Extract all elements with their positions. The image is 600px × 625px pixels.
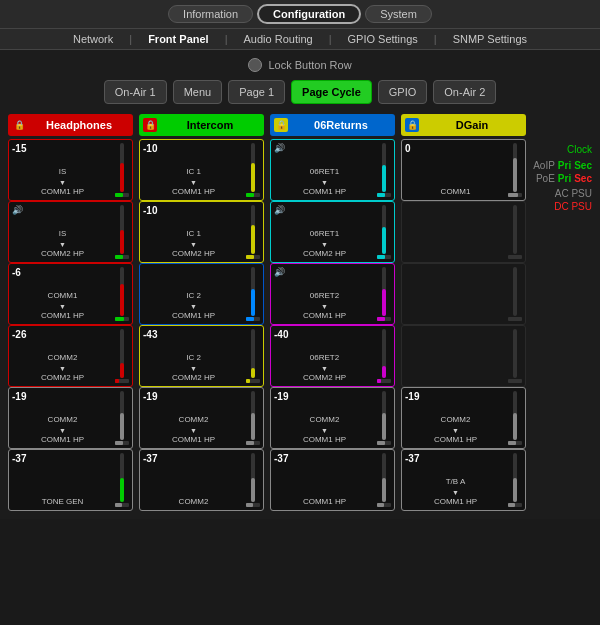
poe-sec: Sec	[574, 173, 592, 184]
channel-dgain-1[interactable]: 0 COMM1	[401, 139, 526, 201]
channel-06returns-5[interactable]: -19 COMM2 ▼ COMM1 HP	[270, 387, 395, 449]
lock-indicator	[248, 58, 262, 72]
clock-label: Clock	[567, 144, 592, 155]
sub-nav-snmp-settings[interactable]: SNMP Settings	[445, 33, 535, 45]
channel-06returns-3[interactable]: 🔊 06RET2 ▼ COMM1 HP	[270, 263, 395, 325]
channel-headphones-2[interactable]: 🔊 IS ▼ COMM2 HP	[8, 201, 133, 263]
sub-nav-front-panel[interactable]: Front Panel	[140, 33, 217, 45]
channel-headphones-1[interactable]: -15 IS ▼ COMM1 HP	[8, 139, 133, 201]
dgain-label: DGain	[422, 119, 522, 131]
label-dgain-1: COMM1	[441, 187, 471, 197]
label-06returns-3: 06RET2 ▼ COMM1 HP	[303, 291, 346, 321]
db-intercom-2: -10	[143, 205, 157, 216]
label-headphones-4: COMM2 ▼ COMM2 HP	[41, 353, 84, 383]
label-06returns-6: COMM1 HP	[303, 497, 346, 507]
label-06returns-5: COMM2 ▼ COMM1 HP	[303, 415, 346, 445]
channel-headphones-5[interactable]: -19 COMM2 ▼ COMM1 HP	[8, 387, 133, 449]
db-intercom-1: -10	[143, 143, 157, 154]
group-headphones: 🔒 Headphones -15 IS ▼ COMM1 HP	[8, 114, 133, 511]
group-dgain: 🔒 DGain 0 COMM1	[401, 114, 526, 511]
ac-psu-label: AC PSU	[555, 188, 592, 199]
sub-nav-network[interactable]: Network	[65, 33, 121, 45]
intercom-lock-icon: 🔒	[143, 118, 157, 132]
sub-nav-audio-routing[interactable]: Audio Routing	[236, 33, 321, 45]
poe-pri: Pri	[558, 173, 571, 184]
channel-intercom-6[interactable]: -37 COMM2	[139, 449, 264, 511]
label-headphones-2: IS ▼ COMM2 HP	[41, 229, 84, 259]
speaker-06returns-1: 🔊	[274, 143, 285, 153]
speaker-06returns-3: 🔊	[274, 267, 285, 277]
06returns-label: 06Returns	[291, 119, 391, 131]
aoip-sec: Sec	[574, 160, 592, 171]
label-06returns-4: 06RET2 ▼ COMM2 HP	[303, 353, 346, 383]
db-intercom-4: -43	[143, 329, 157, 340]
label-headphones-5: COMM2 ▼ COMM1 HP	[41, 415, 84, 445]
label-dgain-5: COMM2 ▼ COMM1 HP	[434, 415, 477, 445]
tab-configuration[interactable]: Configuration	[257, 4, 361, 24]
speaker-06returns-2: 🔊	[274, 205, 285, 215]
db-headphones-6: -37	[12, 453, 26, 464]
channel-06returns-2[interactable]: 🔊 06RET1 ▼ COMM2 HP	[270, 201, 395, 263]
channel-dgain-3	[401, 263, 526, 325]
status-panel: Clock AoIP Pri Sec PoE Pri Sec AC PSU DC…	[532, 114, 592, 511]
group-06returns: 🔒 06Returns 🔊 06RET1 ▼ COMM1 HP	[270, 114, 395, 511]
channel-headphones-4[interactable]: -26 COMM2 ▼ COMM2 HP	[8, 325, 133, 387]
db-06returns-6: -37	[274, 453, 288, 464]
channel-06returns-1[interactable]: 🔊 06RET1 ▼ COMM1 HP	[270, 139, 395, 201]
sep-2: |	[217, 33, 236, 45]
intercom-label: Intercom	[160, 119, 260, 131]
label-intercom-5: COMM2 ▼ COMM1 HP	[172, 415, 215, 445]
on-air-1-button[interactable]: On-Air 1	[104, 80, 167, 104]
label-headphones-1: IS ▼ COMM1 HP	[41, 167, 84, 197]
label-intercom-4: IC 2 ▼ COMM2 HP	[172, 353, 215, 383]
lock-label: Lock Button Row	[268, 59, 351, 71]
label-intercom-3: IC 2 ▼ COMM1 HP	[172, 291, 215, 321]
sep-3: |	[321, 33, 340, 45]
channel-06returns-6[interactable]: -37 COMM1 HP	[270, 449, 395, 511]
top-nav: Information Configuration System	[0, 0, 600, 29]
channel-dgain-6[interactable]: -37 T/B A ▼ COMM1 HP	[401, 449, 526, 511]
channel-intercom-5[interactable]: -19 COMM2 ▼ COMM1 HP	[139, 387, 264, 449]
channel-headphones-3[interactable]: -6 COMM1 ▼ COMM1 HP	[8, 263, 133, 325]
sep-4: |	[426, 33, 445, 45]
label-dgain-6: T/B A ▼ COMM1 HP	[434, 477, 477, 507]
headphones-label: Headphones	[29, 119, 129, 131]
channel-06returns-4[interactable]: -40 06RET2 ▼ COMM2 HP	[270, 325, 395, 387]
headphones-lock-icon: 🔒	[12, 118, 26, 132]
page-1-button[interactable]: Page 1	[228, 80, 285, 104]
lock-button-row: Lock Button Row	[8, 58, 592, 72]
channel-intercom-1[interactable]: -10 IC 1 ▼ COMM1 HP	[139, 139, 264, 201]
db-dgain-6: -37	[405, 453, 419, 464]
menu-button[interactable]: Menu	[173, 80, 223, 104]
db-06returns-4: -40	[274, 329, 288, 340]
sub-nav: Network | Front Panel | Audio Routing | …	[0, 29, 600, 50]
label-06returns-1: 06RET1 ▼ COMM1 HP	[303, 167, 346, 197]
db-dgain-1: 0	[405, 143, 411, 154]
db-06returns-5: -19	[274, 391, 288, 402]
db-intercom-5: -19	[143, 391, 157, 402]
db-dgain-5: -19	[405, 391, 419, 402]
page-cycle-button[interactable]: Page Cycle	[291, 80, 372, 104]
poe-label: PoE	[536, 173, 555, 184]
label-headphones-3: COMM1 ▼ COMM1 HP	[41, 291, 84, 321]
db-headphones-5: -19	[12, 391, 26, 402]
group-intercom-header: 🔒 Intercom	[139, 114, 264, 136]
group-headphones-header: 🔒 Headphones	[8, 114, 133, 136]
channel-headphones-6[interactable]: -37 TONE GEN	[8, 449, 133, 511]
db-headphones-4: -26	[12, 329, 26, 340]
gpio-button[interactable]: GPIO	[378, 80, 428, 104]
channel-dgain-5[interactable]: -19 COMM2 ▼ COMM1 HP	[401, 387, 526, 449]
channel-intercom-4[interactable]: -43 IC 2 ▼ COMM2 HP	[139, 325, 264, 387]
button-row: On-Air 1 Menu Page 1 Page Cycle GPIO On-…	[8, 80, 592, 104]
tab-information[interactable]: Information	[168, 5, 253, 23]
06returns-lock-icon: 🔒	[274, 118, 288, 132]
sub-nav-gpio-settings[interactable]: GPIO Settings	[339, 33, 425, 45]
tab-system[interactable]: System	[365, 5, 432, 23]
on-air-2-button[interactable]: On-Air 2	[433, 80, 496, 104]
aoip-pri: Pri	[558, 160, 571, 171]
channel-intercom-2[interactable]: -10 IC 1 ▼ COMM2 HP	[139, 201, 264, 263]
group-06returns-header: 🔒 06Returns	[270, 114, 395, 136]
channel-intercom-3[interactable]: IC 2 ▼ COMM1 HP	[139, 263, 264, 325]
db-intercom-6: -37	[143, 453, 157, 464]
label-headphones-6: TONE GEN	[42, 497, 84, 507]
